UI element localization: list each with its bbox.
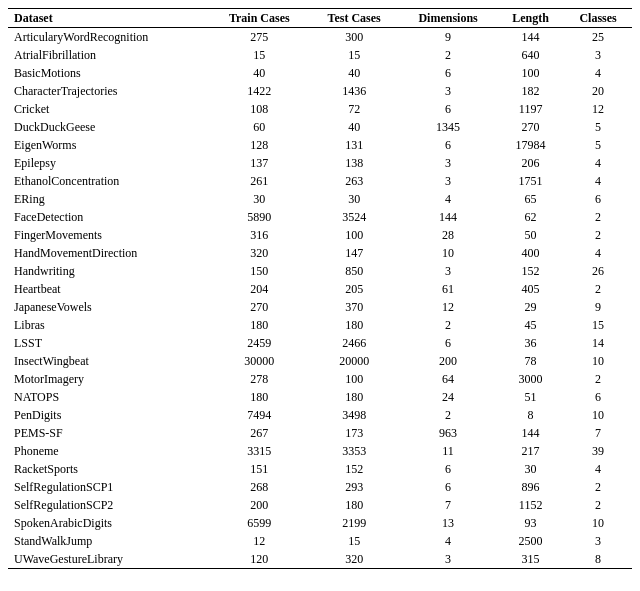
cell-value: 2199 — [309, 514, 399, 532]
cell-value: 17984 — [497, 136, 564, 154]
cell-value: 3 — [399, 262, 497, 280]
cell-value: 180 — [309, 388, 399, 406]
cell-value: 8 — [564, 550, 632, 569]
cell-value: 6 — [564, 388, 632, 406]
cell-value: 20 — [564, 82, 632, 100]
cell-value: 205 — [309, 280, 399, 298]
cell-value: 200 — [209, 496, 309, 514]
cell-value: 30 — [209, 190, 309, 208]
dataset-name: PenDigits — [8, 406, 209, 424]
cell-value: 320 — [209, 244, 309, 262]
cell-value: 2459 — [209, 334, 309, 352]
dataset-name: EigenWorms — [8, 136, 209, 154]
cell-value: 320 — [309, 550, 399, 569]
cell-value: 6 — [564, 190, 632, 208]
cell-value: 1422 — [209, 82, 309, 100]
cell-value: 2 — [564, 208, 632, 226]
table-row: FingerMovements31610028502 — [8, 226, 632, 244]
table-row: EigenWorms1281316179845 — [8, 136, 632, 154]
cell-value: 7 — [399, 496, 497, 514]
cell-value: 1152 — [497, 496, 564, 514]
cell-value: 275 — [209, 28, 309, 47]
cell-value: 6 — [399, 136, 497, 154]
table-row: EthanolConcentration261263317514 — [8, 172, 632, 190]
cell-value: 7494 — [209, 406, 309, 424]
dataset-name: Heartbeat — [8, 280, 209, 298]
cell-value: 29 — [497, 298, 564, 316]
cell-value: 10 — [399, 244, 497, 262]
cell-value: 4 — [399, 190, 497, 208]
cell-value: 137 — [209, 154, 309, 172]
cell-value: 3 — [564, 532, 632, 550]
table-row: FaceDetection58903524144622 — [8, 208, 632, 226]
column-header-dataset: Dataset — [8, 9, 209, 28]
cell-value: 40 — [309, 118, 399, 136]
cell-value: 3498 — [309, 406, 399, 424]
dataset-name: FaceDetection — [8, 208, 209, 226]
table-row: Libras18018024515 — [8, 316, 632, 334]
table-row: AtrialFibrillation151526403 — [8, 46, 632, 64]
table-row: UWaveGestureLibrary12032033158 — [8, 550, 632, 569]
cell-value: 270 — [497, 118, 564, 136]
dataset-name: Libras — [8, 316, 209, 334]
dataset-name: Cricket — [8, 100, 209, 118]
cell-value: 3 — [399, 550, 497, 569]
cell-value: 180 — [209, 388, 309, 406]
cell-value: 100 — [309, 226, 399, 244]
cell-value: 28 — [399, 226, 497, 244]
cell-value: 108 — [209, 100, 309, 118]
cell-value: 2466 — [309, 334, 399, 352]
cell-value: 100 — [309, 370, 399, 388]
cell-value: 2500 — [497, 532, 564, 550]
cell-value: 640 — [497, 46, 564, 64]
cell-value: 144 — [497, 28, 564, 47]
cell-value: 40 — [209, 64, 309, 82]
cell-value: 30000 — [209, 352, 309, 370]
dataset-name: LSST — [8, 334, 209, 352]
cell-value: 60 — [209, 118, 309, 136]
dataset-name: ArticularyWordRecognition — [8, 28, 209, 47]
cell-value: 128 — [209, 136, 309, 154]
cell-value: 206 — [497, 154, 564, 172]
dataset-name: StandWalkJump — [8, 532, 209, 550]
dataset-name: CharacterTrajectories — [8, 82, 209, 100]
cell-value: 10 — [564, 352, 632, 370]
cell-value: 144 — [497, 424, 564, 442]
cell-value: 24 — [399, 388, 497, 406]
table-row: StandWalkJump1215425003 — [8, 532, 632, 550]
cell-value: 10 — [564, 514, 632, 532]
cell-value: 11 — [399, 442, 497, 460]
cell-value: 152 — [497, 262, 564, 280]
cell-value: 152 — [309, 460, 399, 478]
cell-value: 51 — [497, 388, 564, 406]
dataset-name: Phoneme — [8, 442, 209, 460]
cell-value: 2 — [399, 316, 497, 334]
cell-value: 147 — [309, 244, 399, 262]
table-row: Epilepsy13713832064 — [8, 154, 632, 172]
cell-value: 173 — [309, 424, 399, 442]
cell-value: 315 — [497, 550, 564, 569]
cell-value: 6 — [399, 100, 497, 118]
table-row: NATOPS18018024516 — [8, 388, 632, 406]
cell-value: 7 — [564, 424, 632, 442]
table-row: SelfRegulationSCP126829368962 — [8, 478, 632, 496]
table-row: JapaneseVowels27037012299 — [8, 298, 632, 316]
cell-value: 144 — [399, 208, 497, 226]
dataset-name: NATOPS — [8, 388, 209, 406]
table-row: PEMS-SF2671739631447 — [8, 424, 632, 442]
cell-value: 217 — [497, 442, 564, 460]
dataset-name: Epilepsy — [8, 154, 209, 172]
cell-value: 1436 — [309, 82, 399, 100]
cell-value: 45 — [497, 316, 564, 334]
column-header-test-cases: Test Cases — [309, 9, 399, 28]
cell-value: 300 — [309, 28, 399, 47]
table-row: LSST2459246663614 — [8, 334, 632, 352]
table-row: Cricket108726119712 — [8, 100, 632, 118]
cell-value: 4 — [399, 532, 497, 550]
table-row: ArticularyWordRecognition275300914425 — [8, 28, 632, 47]
cell-value: 13 — [399, 514, 497, 532]
cell-value: 963 — [399, 424, 497, 442]
cell-value: 2 — [564, 478, 632, 496]
cell-value: 50 — [497, 226, 564, 244]
cell-value: 138 — [309, 154, 399, 172]
